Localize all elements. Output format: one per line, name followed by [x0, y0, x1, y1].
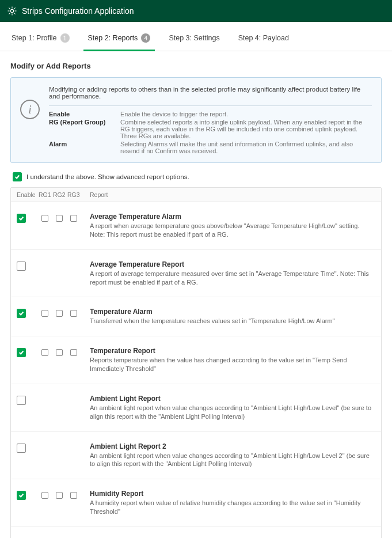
rg1-checkbox[interactable] — [41, 492, 48, 499]
divider — [49, 105, 372, 106]
info-definitions: Enable Enable the device to trigger the … — [49, 111, 372, 154]
report-title: Humidity Report — [90, 490, 375, 498]
report-text: Ambient Light Report 2An ambient light r… — [90, 442, 375, 469]
step-badge: 1 — [60, 33, 70, 43]
enable-checkbox[interactable] — [17, 491, 26, 500]
rg3-checkbox[interactable] — [70, 215, 77, 222]
info-lead: Modifying or adding reports to others th… — [49, 86, 372, 100]
report-title: Ambient Light Report 2 — [90, 442, 375, 450]
report-text: Average Temperature ReportA report of av… — [90, 260, 375, 287]
rg1-checkbox[interactable] — [41, 215, 48, 222]
rg3-checkbox[interactable] — [70, 349, 77, 356]
report-desc: A report when average temperature goes a… — [90, 222, 375, 239]
report-desc: An ambient light report when value chang… — [90, 404, 375, 421]
enable-checkbox[interactable] — [17, 214, 26, 223]
svg-line-6 — [14, 13, 15, 14]
report-desc: An ambient light report when value chang… — [90, 452, 375, 469]
def-term: Enable — [49, 111, 118, 118]
rg3-checkbox[interactable] — [70, 492, 77, 499]
table-row: +Switch AlarmThe +Switch was toggled (re… — [11, 527, 381, 538]
col-rg1: RG1 — [39, 191, 51, 198]
report-text: Temperature ReportReports temperature wh… — [90, 347, 375, 373]
step-profile[interactable]: Step 1: Profile 1 — [2, 25, 79, 51]
app-header: Strips Configuration Application — [0, 0, 392, 22]
app-title: Strips Configuration Application — [22, 6, 134, 16]
rg1-checkbox[interactable] — [41, 349, 48, 356]
rg2-checkbox[interactable] — [56, 349, 63, 356]
report-text: Ambient Light ReportAn ambient light rep… — [90, 395, 375, 421]
stepper: Step 1: Profile 1 Step 2: Reports 4 Step… — [0, 25, 392, 51]
def-text: Enable the device to trigger the report. — [120, 111, 372, 118]
col-enable: Enable — [17, 191, 36, 198]
report-title: Ambient Light Report — [90, 395, 375, 403]
section-title: Modify or Add Reports — [10, 62, 382, 70]
table-row: Ambient Light ReportAn ambient light rep… — [11, 384, 381, 432]
report-title: Average Temperature Alarm — [90, 213, 375, 221]
table-row: Humidity ReportA humidity report when va… — [11, 479, 381, 527]
svg-line-7 — [9, 13, 10, 14]
consent-checkbox[interactable] — [13, 172, 22, 181]
consent-row: I understand the above. Show advanced re… — [13, 172, 379, 181]
def-text: Selecting Alarms will make the unit send… — [120, 141, 372, 154]
svg-line-8 — [14, 7, 15, 9]
svg-line-5 — [9, 7, 10, 9]
table-row: Ambient Light Report 2An ambient light r… — [11, 432, 381, 480]
col-report: Report — [90, 191, 108, 198]
rg2-checkbox[interactable] — [56, 215, 63, 222]
step-label: Step 1: Profile — [12, 34, 57, 42]
report-title: Average Temperature Report — [90, 260, 375, 268]
rg3-checkbox[interactable] — [70, 310, 77, 317]
report-title: Temperature Report — [90, 347, 375, 355]
step-settings[interactable]: Step 3: Settings — [159, 25, 229, 51]
step-label: Step 2: Reports — [88, 34, 138, 42]
table-row: Temperature AlarmTransferred when the te… — [11, 297, 381, 336]
enable-checkbox[interactable] — [17, 396, 26, 405]
consent-label: I understand the above. Show advanced re… — [26, 173, 189, 180]
svg-point-0 — [10, 9, 13, 12]
def-term: Alarm — [49, 141, 118, 154]
report-text: Temperature AlarmTransferred when the te… — [90, 308, 375, 325]
step-payload[interactable]: Step 4: Payload — [229, 25, 298, 51]
step-reports[interactable]: Step 2: Reports 4 — [79, 25, 160, 51]
table-row: Temperature ReportReports temperature wh… — [11, 336, 381, 384]
def-text: Combine selected reports a into single u… — [120, 119, 372, 139]
logo-icon — [7, 6, 17, 16]
reports-table: Enable RG1 RG2 RG3 Report Average Temper… — [10, 187, 382, 538]
content-area: Modify or Add Reports i Modifying or add… — [0, 51, 392, 538]
enable-checkbox[interactable] — [17, 309, 26, 318]
table-row: Average Temperature AlarmA report when a… — [11, 202, 381, 250]
info-icon: i — [20, 100, 40, 119]
step-badge: 4 — [141, 33, 150, 43]
report-desc: Transferred when the temperature reaches… — [90, 317, 375, 325]
enable-checkbox[interactable] — [17, 348, 26, 357]
table-row: Average Temperature ReportA report of av… — [11, 250, 381, 298]
report-title: Temperature Alarm — [90, 308, 375, 316]
report-text: Average Temperature AlarmA report when a… — [90, 213, 375, 239]
info-box: i Modifying or adding reports to others … — [10, 77, 382, 163]
col-rg2: RG2 — [53, 191, 65, 198]
rg1-checkbox[interactable] — [41, 310, 48, 317]
step-label: Step 4: Payload — [238, 34, 289, 42]
step-label: Step 3: Settings — [169, 34, 219, 42]
rg2-checkbox[interactable] — [56, 310, 63, 317]
col-rg3: RG3 — [67, 191, 79, 198]
enable-checkbox[interactable] — [17, 444, 26, 453]
report-desc: A report of average temperature measured… — [90, 270, 375, 287]
rg2-checkbox[interactable] — [56, 492, 63, 499]
report-desc: Reports temperature when the value has c… — [90, 356, 375, 373]
report-desc: A humidity report when value of relative… — [90, 499, 375, 516]
enable-checkbox[interactable] — [17, 262, 26, 271]
table-header: Enable RG1 RG2 RG3 Report — [11, 188, 381, 202]
info-body: Modifying or adding reports to others th… — [49, 86, 372, 154]
report-text: Humidity ReportA humidity report when va… — [90, 490, 375, 516]
def-term: RG (Report Group) — [49, 119, 118, 139]
